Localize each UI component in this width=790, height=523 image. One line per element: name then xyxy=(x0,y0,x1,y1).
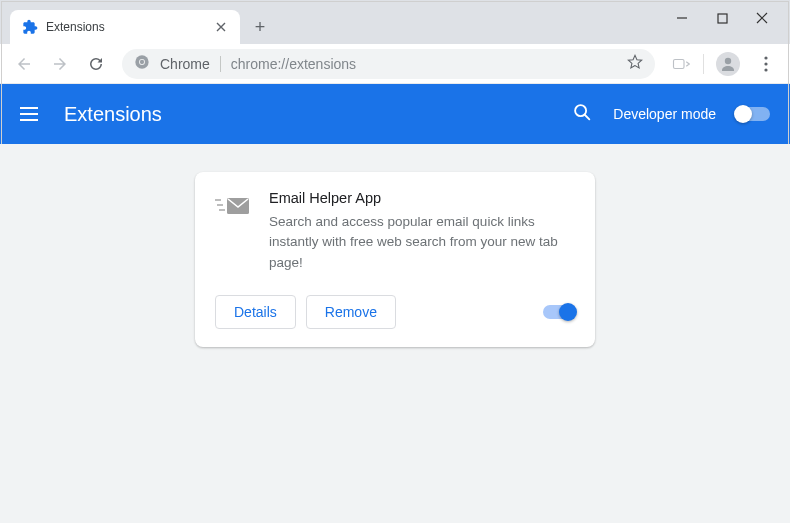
svg-line-15 xyxy=(585,115,590,120)
bookmark-star-icon[interactable] xyxy=(627,54,643,74)
extension-enable-toggle[interactable] xyxy=(543,305,575,319)
svg-rect-5 xyxy=(718,14,727,23)
minimize-button[interactable] xyxy=(676,12,688,24)
omnibox-separator xyxy=(220,56,221,72)
extension-name: Email Helper App xyxy=(269,190,575,206)
address-bar[interactable]: Chrome chrome://extensions xyxy=(122,49,655,79)
toolbar: Chrome chrome://extensions xyxy=(0,44,790,84)
chrome-icon xyxy=(134,54,150,74)
url-scheme-label: Chrome xyxy=(160,56,210,72)
extension-description: Search and access popular email quick li… xyxy=(269,212,575,273)
remove-button[interactable]: Remove xyxy=(306,295,396,329)
url-text: chrome://extensions xyxy=(231,56,356,72)
tab-strip: Extensions + xyxy=(0,0,790,44)
browser-tab[interactable]: Extensions xyxy=(10,10,240,44)
developer-mode-toggle[interactable] xyxy=(736,107,770,121)
svg-point-11 xyxy=(764,56,767,59)
search-icon[interactable] xyxy=(571,101,593,127)
extension-card: Email Helper App Search and access popul… xyxy=(195,172,595,347)
svg-point-13 xyxy=(764,68,767,71)
extension-email-icon xyxy=(215,194,251,218)
forward-button[interactable] xyxy=(44,48,76,80)
svg-point-8 xyxy=(140,59,144,63)
svg-rect-9 xyxy=(674,59,685,68)
new-tab-button[interactable]: + xyxy=(246,13,274,41)
content-area: Email Helper App Search and access popul… xyxy=(0,144,790,523)
back-button[interactable] xyxy=(8,48,40,80)
reader-icon[interactable] xyxy=(665,48,697,80)
svg-point-12 xyxy=(764,62,767,65)
reload-button[interactable] xyxy=(80,48,112,80)
maximize-button[interactable] xyxy=(716,12,728,24)
tab-title: Extensions xyxy=(46,20,214,34)
kebab-menu-button[interactable] xyxy=(750,48,782,80)
toolbar-separator xyxy=(703,54,704,74)
hamburger-menu-button[interactable] xyxy=(20,102,44,126)
extensions-favicon xyxy=(22,19,38,35)
profile-avatar[interactable] xyxy=(716,52,740,76)
details-button[interactable]: Details xyxy=(215,295,296,329)
page-title: Extensions xyxy=(64,103,162,126)
svg-point-10 xyxy=(725,57,731,63)
developer-mode-label: Developer mode xyxy=(613,106,716,122)
extensions-header: Extensions Developer mode xyxy=(0,84,790,144)
tab-close-button[interactable] xyxy=(214,17,228,37)
close-window-button[interactable] xyxy=(756,12,768,24)
